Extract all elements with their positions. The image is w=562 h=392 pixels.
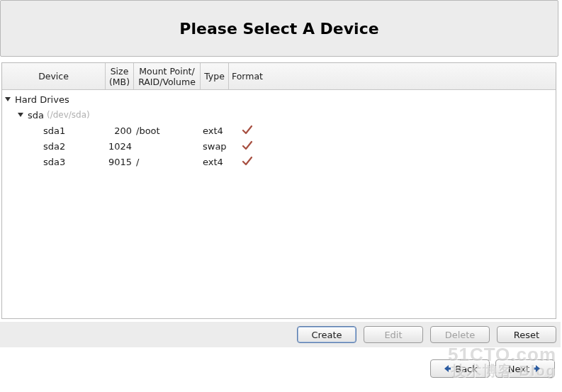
next-label: Next xyxy=(508,364,529,374)
col-format[interactable]: Format xyxy=(229,63,266,89)
part-type: swap xyxy=(201,141,229,152)
arrow-right-icon xyxy=(532,364,542,374)
part-mount: / xyxy=(134,157,201,167)
label-hard-drives: Hard Drives xyxy=(15,94,69,105)
partition-tree: Device Size(MB) Mount Point/RAID/Volume … xyxy=(1,62,556,319)
svg-marker-1 xyxy=(18,113,23,117)
back-label: Back xyxy=(455,364,478,374)
svg-rect-5 xyxy=(534,368,536,370)
expander-icon[interactable] xyxy=(4,95,12,103)
col-type[interactable]: Type xyxy=(201,63,229,89)
part-type: ext4 xyxy=(201,157,229,167)
check-icon xyxy=(242,127,253,138)
part-name: sda2 xyxy=(43,141,65,152)
check-icon xyxy=(242,142,253,153)
create-button[interactable]: Create xyxy=(297,326,356,343)
arrow-left-icon xyxy=(442,364,452,374)
tree-row-partition[interactable]: sda3 9015 / ext4 xyxy=(2,154,556,169)
part-size: 9015 xyxy=(106,157,134,167)
part-name: sda3 xyxy=(43,157,65,167)
page-title: Please Select A Device xyxy=(179,20,378,38)
disk-devpath: (/dev/sda) xyxy=(47,110,90,120)
tree-header: Device Size(MB) Mount Point/RAID/Volume … xyxy=(2,63,556,90)
nav-button-bar: Back Next xyxy=(0,359,558,378)
action-button-bar: Create Edit Delete Reset xyxy=(0,322,561,347)
back-button[interactable]: Back xyxy=(430,359,490,378)
delete-button: Delete xyxy=(430,326,490,343)
check-icon xyxy=(242,158,253,169)
tree-body: Hard Drives sda (/dev/sda) sda1 200 /boo… xyxy=(2,90,556,169)
col-mount[interactable]: Mount Point/RAID/Volume xyxy=(134,63,201,89)
reset-button[interactable]: Reset xyxy=(497,326,556,343)
tree-row-partition[interactable]: sda1 200 /boot ext4 xyxy=(2,123,556,138)
next-button[interactable]: Next xyxy=(495,359,555,378)
title-panel: Please Select A Device xyxy=(0,0,558,57)
edit-button: Edit xyxy=(364,326,423,343)
col-device[interactable]: Device xyxy=(2,63,106,89)
part-size: 200 xyxy=(106,125,134,136)
disk-name: sda xyxy=(28,110,44,121)
part-mount: /boot xyxy=(134,125,201,136)
svg-marker-0 xyxy=(5,97,11,101)
part-type: ext4 xyxy=(201,125,229,136)
col-size[interactable]: Size(MB) xyxy=(106,63,134,89)
tree-row-root[interactable]: Hard Drives xyxy=(2,91,556,107)
tree-row-partition[interactable]: sda2 1024 swap xyxy=(2,138,556,154)
part-size: 1024 xyxy=(106,141,134,152)
part-name: sda1 xyxy=(43,125,65,136)
tree-row-disk[interactable]: sda (/dev/sda) xyxy=(2,107,556,123)
svg-rect-3 xyxy=(448,368,451,370)
expander-icon[interactable] xyxy=(16,111,25,119)
